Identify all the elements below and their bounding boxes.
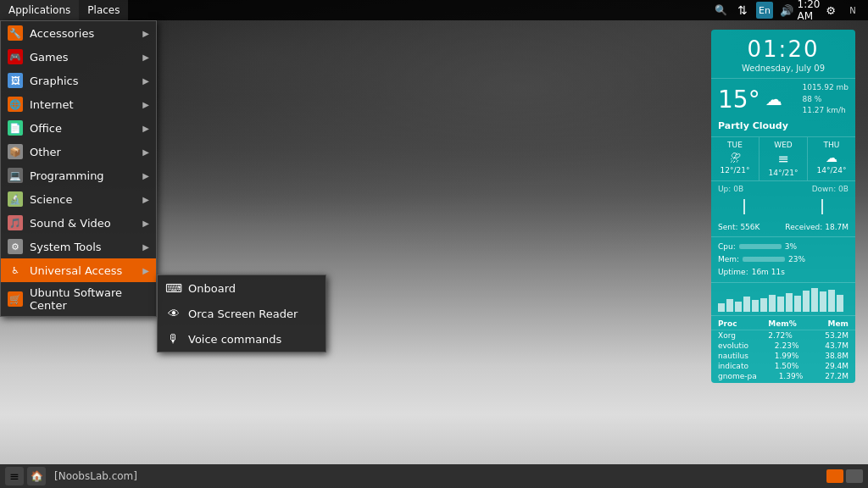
weather-forecast: TUE 12°/21° WED 14°/21° THU 14°/24°	[711, 136, 855, 180]
submenu-item-voice[interactable]: 🎙 Voice commands	[158, 326, 326, 352]
proc-xorg-pct: 2.72%	[768, 331, 793, 340]
submenu-item-onboard[interactable]: ⌨ Onboard	[158, 275, 326, 301]
software-icon: 🛒	[8, 291, 23, 307]
taskbar-left: Applications Places	[0, 0, 128, 20]
bottom-menu-icon[interactable]: ≡	[5, 467, 24, 485]
menu-item-internet[interactable]: 🌐 Internet ▶	[1, 92, 156, 116]
tue-label: TUE	[713, 141, 757, 149]
received-label: Received: 18.7M	[785, 223, 849, 231]
soundvideo-icon: 🎵	[8, 215, 23, 230]
lang-indicator[interactable]: En	[756, 2, 773, 19]
search-icon[interactable]: 🔍	[712, 2, 729, 19]
proc-row-gnompa: gnome-pa 1.39% 27.2M	[711, 371, 855, 381]
graphics-label: Graphics	[30, 75, 78, 87]
sent-label: Sent: 556K	[718, 223, 760, 231]
menu-item-software[interactable]: 🛒 Ubuntu Software Center	[1, 282, 156, 316]
workspace-1[interactable]	[826, 469, 843, 483]
disk-bar-7	[769, 295, 776, 312]
system-arrow: ▶	[142, 242, 149, 252]
mem-col-header: Mem	[828, 319, 849, 328]
volume-icon[interactable]: 🔊	[778, 2, 795, 19]
thu-label: THU	[810, 141, 854, 149]
proc-evolutio-pct: 2.23%	[775, 341, 799, 350]
office-label: Office	[30, 122, 62, 135]
games-arrow: ▶	[142, 53, 149, 62]
tue-temps: 12°/21°	[713, 166, 757, 175]
menu-item-office[interactable]: 📄 Office ▶	[1, 116, 156, 140]
wed-icon	[761, 151, 805, 167]
bottom-window-label: [NoobsLab.com]	[49, 470, 142, 482]
proc-evolutio-mem: 43.7M	[825, 341, 849, 350]
disk-section	[711, 282, 855, 315]
menu-item-graphics[interactable]: 🖼 Graphics ▶	[1, 69, 156, 92]
weather-condition: Partly Cloudy	[711, 120, 855, 136]
menu-item-system[interactable]: ⚙ System Tools ▶	[1, 235, 156, 258]
menu-item-universal[interactable]: ♿ Universal Access ▶	[1, 258, 156, 282]
disk-bar-3	[735, 302, 742, 312]
system-label: System Tools	[30, 241, 102, 253]
wind-value: 11.27 km/h	[802, 105, 849, 117]
applications-menu-button[interactable]: Applications	[0, 0, 79, 20]
menu-item-other[interactable]: 📦 Other ▶	[1, 140, 156, 164]
proc-evolutio: evolutio	[718, 341, 748, 350]
programming-arrow: ▶	[142, 171, 149, 180]
network-icon[interactable]: ⇅	[734, 2, 751, 19]
graphics-icon: 🖼	[8, 73, 23, 88]
weather-time: 01:20	[711, 30, 855, 64]
menu-item-games[interactable]: 🎮 Games ▶	[1, 45, 156, 69]
mem-bar	[743, 257, 785, 262]
settings-icon[interactable]: ⚙	[822, 2, 839, 19]
cpu-bar	[739, 244, 782, 249]
proc-row-xorg: Xorg 2.72% 53.2M	[711, 330, 855, 341]
disk-bar-15	[837, 295, 843, 312]
accessories-icon: 🔧	[8, 25, 23, 41]
thu-icon	[810, 151, 854, 164]
disk-bar-14	[828, 290, 835, 312]
proc-nautilus-mem: 38.8M	[825, 352, 849, 360]
internet-label: Internet	[30, 98, 74, 111]
places-menu-button[interactable]: Places	[79, 0, 128, 20]
submenu-item-orca[interactable]: 👁 Orca Screen Reader	[158, 301, 326, 326]
system-icon: ⚙	[8, 239, 23, 254]
forecast-tue: TUE 12°/21°	[711, 137, 759, 180]
workspace-2[interactable]	[846, 469, 863, 483]
other-label: Other	[30, 146, 61, 158]
proc-row-evolutio: evolutio 2.23% 43.7M	[711, 341, 855, 351]
programming-icon: 💻	[8, 168, 23, 183]
workspace-switcher	[826, 469, 863, 483]
menu-item-science[interactable]: 🔬 Science ▶	[1, 187, 156, 211]
menu-item-soundvideo[interactable]: 🎵 Sound & Video ▶	[1, 211, 156, 235]
proc-indicato-mem: 29.4M	[825, 362, 849, 370]
proc-row-indicato: indicato 1.50% 29.4M	[711, 361, 855, 371]
other-icon: 📦	[8, 144, 23, 159]
voice-icon: 🎙	[166, 331, 181, 347]
uptime-val: 16m 11s	[752, 266, 785, 279]
proc-col-header: Proc	[718, 319, 737, 328]
internet-icon: 🌐	[8, 97, 23, 112]
soundvideo-arrow: ▶	[142, 219, 149, 228]
universal-icon: ♿	[8, 263, 23, 278]
menu-item-accessories[interactable]: 🔧 Accessories ▶	[1, 21, 156, 45]
disk-bar-6	[760, 298, 767, 312]
office-arrow: ▶	[142, 124, 149, 133]
system-stats: Cpu: 3% Mem: 23% Uptime: 16m 11s	[711, 236, 855, 283]
disk-bar-1	[718, 303, 725, 312]
menu-item-programming[interactable]: 💻 Programming ▶	[1, 164, 156, 187]
office-icon: 📄	[8, 120, 23, 136]
net-bar-up	[743, 199, 745, 214]
orca-icon: 👁	[166, 306, 181, 321]
thu-temps: 14°/24°	[810, 166, 854, 175]
proc-nautilus: nautilus	[718, 352, 748, 360]
mem-pct: 23%	[788, 253, 805, 266]
forecast-wed: WED 14°/21°	[759, 137, 807, 180]
disk-bar-5	[752, 300, 759, 312]
weather-widget: 01:20 Wednesday, July 09 15° ☁ 1015.92 m…	[711, 30, 855, 383]
bottom-home-icon[interactable]: 🏠	[27, 467, 46, 485]
proc-gnompa-mem: 27.2M	[825, 372, 849, 380]
graphics-arrow: ▶	[142, 76, 149, 86]
procs-header: Proc Mem% Mem	[711, 318, 855, 330]
mem-label: Mem:	[718, 253, 739, 266]
weather-date: Wednesday, July 09	[711, 64, 855, 78]
voice-label: Voice commands	[188, 333, 281, 346]
wed-temps: 14°/21°	[761, 169, 805, 177]
